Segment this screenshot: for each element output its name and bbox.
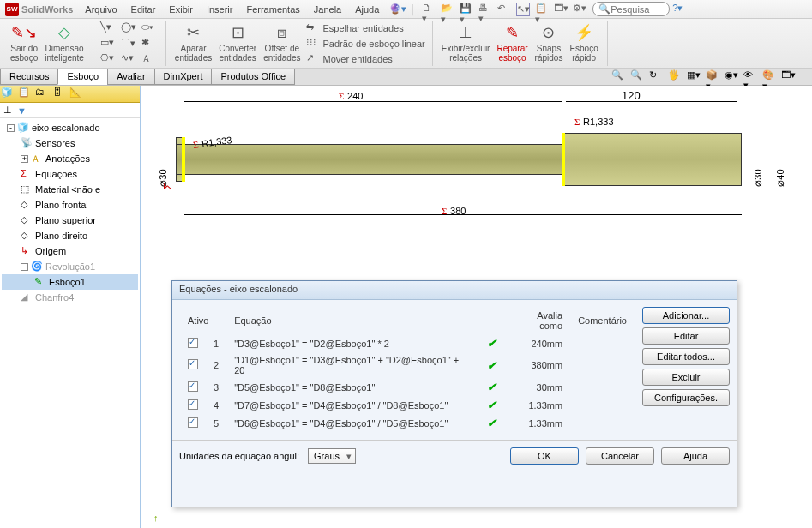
undo-icon[interactable]: ↶: [497, 3, 511, 16]
units-select[interactable]: Graus: [308, 448, 356, 464]
scene-icon[interactable]: 🎨▾: [762, 69, 776, 83]
tree-plano-frontal[interactable]: ◇Plano frontal: [2, 197, 138, 213]
tab-produtos[interactable]: Produtos Office: [211, 69, 295, 85]
col-avalia[interactable]: Avalia como: [505, 309, 570, 333]
equation-row[interactable]: 4"D7@Esboço1" = "D4@Esboço1" / "D8@Esboç…: [181, 397, 634, 413]
select-icon[interactable]: ↖▾: [516, 3, 530, 16]
menu-ajuda[interactable]: Ajuda: [348, 0, 386, 19]
edit-button[interactable]: Editar: [642, 327, 730, 345]
hide-show-icon[interactable]: 👁▾: [743, 69, 757, 83]
tree-tab-display-icon[interactable]: 🎛: [52, 87, 68, 102]
section-icon[interactable]: ▦▾: [687, 69, 701, 83]
dim-240[interactable]: Σ 240: [339, 89, 363, 102]
equation-row[interactable]: 1"D3@Esboço1" = "D2@Esboço1" * 2✔240mm: [181, 335, 634, 351]
rapid-sketch-button[interactable]: ⚡ Esboçorápido: [566, 21, 601, 66]
tree-plano-superior[interactable]: ◇Plano superior: [2, 213, 138, 228]
smart-dimension-button[interactable]: ◇ Dimensãointeligente: [41, 21, 87, 66]
tree-equacoes[interactable]: ΣEquações: [2, 166, 138, 182]
slot-tool[interactable]: ⬭▾: [140, 21, 160, 36]
help-icon[interactable]: ?▾: [672, 3, 686, 16]
menu-exibir[interactable]: Exibir: [162, 0, 200, 19]
tree-plano-direito[interactable]: ◇Plano direito: [2, 228, 138, 243]
display-style-icon[interactable]: ◉▾: [725, 69, 738, 83]
row-checkbox[interactable]: [188, 338, 198, 348]
search-box[interactable]: 🔍: [592, 2, 670, 16]
spline-tool[interactable]: ∿▾: [119, 51, 140, 67]
repair-sketch-button[interactable]: ✎ Repararesboço: [493, 21, 531, 66]
row-checkbox[interactable]: [188, 399, 198, 410]
tab-recursos[interactable]: Recursos: [0, 69, 58, 85]
dim-dia30b[interactable]: ⌀30: [751, 169, 764, 186]
offset-button[interactable]: ⧈ Offset deentidades: [260, 21, 304, 66]
convert-button[interactable]: ⊡ Converterentidades: [215, 21, 260, 66]
tab-avaliar[interactable]: Avaliar: [107, 69, 154, 85]
text-tool[interactable]: Ａ: [140, 51, 160, 67]
tree-esboco1[interactable]: ✎Esboço1: [2, 274, 138, 290]
dim-sigma-left[interactable]: Σ: [161, 183, 174, 189]
render-icon[interactable]: 🗔▾: [781, 69, 795, 83]
equation-row[interactable]: 3"D5@Esboço1" = "D8@Esboço1"✔30mm: [181, 379, 634, 395]
move-button[interactable]: ↗Mover entidades: [304, 51, 427, 67]
add-button[interactable]: Adicionar...: [642, 307, 730, 324]
line-tool[interactable]: ╲▾: [99, 21, 119, 36]
filter-icon[interactable]: ▼: [17, 105, 27, 116]
tree-tab-dim-icon[interactable]: 📐: [69, 87, 85, 102]
poly-tool[interactable]: ⎔▾: [99, 51, 119, 67]
zoom-fit-icon[interactable]: 🔍: [611, 69, 625, 83]
save-icon[interactable]: 💾▾: [460, 3, 473, 16]
menu-help-icon[interactable]: 🔮▾: [389, 3, 406, 15]
zoom-area-icon[interactable]: 🔍: [630, 69, 644, 83]
snaps-button[interactable]: ⊙ Snapsrápidos: [532, 21, 567, 66]
rotate-icon[interactable]: ↻: [649, 69, 663, 83]
pattern-button[interactable]: ⁝⁝⁝Padrão de esboço linear: [304, 36, 427, 51]
tree-tab-property-icon[interactable]: 📋: [18, 87, 33, 102]
tree-revolucao1[interactable]: -🌀Revolução1: [2, 259, 138, 274]
menu-arquivo[interactable]: Arquivo: [78, 0, 123, 19]
search-input[interactable]: [611, 4, 662, 15]
dim-r2[interactable]: Σ R1,333: [574, 115, 614, 128]
view-orient-icon[interactable]: 📦▾: [706, 69, 719, 83]
dim-120[interactable]: 120: [622, 89, 641, 102]
relations-button[interactable]: ⊥ Exibir/excluirrelações: [438, 21, 494, 66]
settings-icon[interactable]: ⚙▾: [573, 3, 586, 16]
point-tool[interactable]: ✱: [140, 36, 160, 51]
menu-editar[interactable]: Editar: [124, 0, 163, 19]
rebuild-icon[interactable]: 📋▾: [535, 3, 549, 16]
tree-expand-icon[interactable]: ⊥: [3, 105, 12, 116]
row-checkbox[interactable]: [188, 381, 198, 392]
mirror-button[interactable]: ⇋Espelhar entidades: [304, 21, 427, 36]
delete-button[interactable]: Excluir: [642, 369, 730, 386]
cancel-button[interactable]: Cancelar: [586, 447, 654, 465]
tab-dimxpert[interactable]: DimXpert: [154, 69, 213, 85]
arc-tool[interactable]: ⌒▾: [119, 36, 140, 51]
col-comentario[interactable]: Comentário: [571, 309, 634, 333]
tree-material[interactable]: ⬚Material <não e: [2, 182, 138, 197]
tree-chanfro4[interactable]: ◢Chanfro4: [2, 290, 138, 305]
print-icon[interactable]: 🖶▾: [478, 3, 492, 16]
col-ativo[interactable]: Ativo: [181, 309, 226, 333]
dim-dia40[interactable]: ⌀40: [773, 169, 786, 186]
trim-button[interactable]: ✂ Apararentidades: [171, 21, 215, 66]
circle-tool[interactable]: ◯▾: [119, 21, 140, 36]
tree-tab-feature-icon[interactable]: 🧊: [1, 87, 16, 102]
tree-anotacoes[interactable]: +ＡAnotações: [2, 151, 138, 166]
options-icon[interactable]: 🗔▾: [554, 3, 568, 16]
exit-sketch-button[interactable]: ✎↘ Sair doesboço: [7, 21, 41, 66]
pan-icon[interactable]: 🖐: [668, 69, 682, 83]
tree-root[interactable]: -🧊eixo escalonado: [2, 120, 138, 135]
menu-inserir[interactable]: Inserir: [200, 0, 240, 19]
menu-janela[interactable]: Janela: [307, 0, 348, 19]
open-icon[interactable]: 📂▾: [441, 3, 454, 16]
col-equacao[interactable]: Equação: [227, 309, 478, 333]
tree-origem[interactable]: ↳Origem: [2, 243, 138, 259]
edit-all-button[interactable]: Editar todos...: [642, 348, 730, 365]
row-checkbox[interactable]: [188, 417, 198, 428]
new-icon[interactable]: 🗋▾: [422, 3, 436, 16]
menu-ferramentas[interactable]: Ferramentas: [239, 0, 306, 19]
equation-row[interactable]: 5"D6@Esboço1" = "D4@Esboço1" / "D5@Esboç…: [181, 415, 634, 431]
help-button[interactable]: Ajuda: [661, 447, 730, 465]
config-button[interactable]: Configurações.: [642, 389, 730, 406]
dim-380[interactable]: Σ 380: [442, 204, 466, 217]
tab-esboco[interactable]: Esboço: [57, 69, 108, 85]
rect-tool[interactable]: ▭▾: [99, 36, 119, 51]
